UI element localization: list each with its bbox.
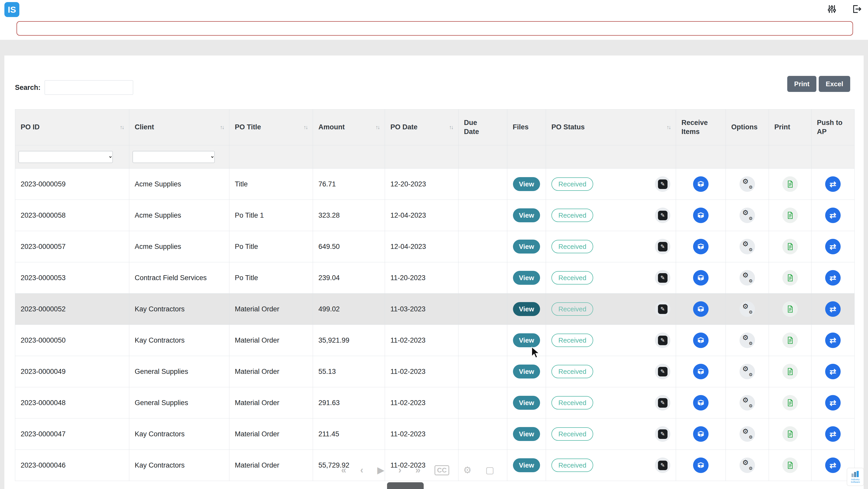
logout-icon[interactable] xyxy=(851,4,862,14)
sort-arrows-icon[interactable]: ↑↓ xyxy=(218,124,224,131)
print-row-button[interactable] xyxy=(782,239,798,254)
edit-status-button[interactable]: ✎ xyxy=(655,208,670,223)
view-files-button[interactable]: View xyxy=(513,177,540,191)
options-button[interactable]: ⚙⚙ xyxy=(740,395,755,410)
view-files-button[interactable]: View xyxy=(513,396,540,410)
view-files-button[interactable]: View xyxy=(513,427,540,441)
amount-cell: 76.71 xyxy=(313,169,385,200)
sort-arrows-icon[interactable]: ↑↓ xyxy=(665,124,670,131)
receive-items-button[interactable] xyxy=(693,395,709,410)
options-button[interactable]: ⚙⚙ xyxy=(740,426,755,442)
print-row-button[interactable] xyxy=(782,301,798,317)
excel-button[interactable]: Excel xyxy=(819,76,850,92)
receive-items-button[interactable] xyxy=(693,239,709,254)
client-filter-select[interactable] xyxy=(133,151,215,163)
options-button[interactable]: ⚙⚙ xyxy=(740,239,755,254)
view-files-button[interactable]: View xyxy=(513,271,540,285)
files-cell: View xyxy=(507,293,546,325)
options-button[interactable]: ⚙⚙ xyxy=(740,364,755,379)
table-row: 2023-0000047 Kay Contractors Material Or… xyxy=(15,419,855,450)
column-header-po-title[interactable]: PO Title↑↓ xyxy=(229,110,313,145)
push-to-ap-button[interactable]: ⇄ xyxy=(825,364,841,379)
print-row-button[interactable] xyxy=(782,364,798,379)
push-to-ap-button[interactable]: ⇄ xyxy=(825,426,841,442)
sort-arrows-icon[interactable]: ↑↓ xyxy=(447,124,453,131)
edit-status-button[interactable]: ✎ xyxy=(655,458,670,473)
receive-items-button[interactable] xyxy=(693,301,709,317)
receive-items-button[interactable] xyxy=(693,364,709,379)
column-header-po-date[interactable]: PO Date↑↓ xyxy=(385,110,459,145)
edit-status-button[interactable]: ✎ xyxy=(655,333,670,348)
receive-items-button[interactable] xyxy=(693,426,709,442)
print-button[interactable]: Print xyxy=(787,76,816,92)
client-cell: Kay Contractors xyxy=(129,450,229,481)
sort-arrows-icon[interactable]: ↑↓ xyxy=(302,124,307,131)
app-logo[interactable]: IS xyxy=(4,2,19,17)
print-row-button[interactable] xyxy=(782,426,798,442)
edit-status-button[interactable]: ✎ xyxy=(655,176,670,192)
status-badge: Received xyxy=(551,209,593,222)
print-row-button[interactable] xyxy=(782,395,798,410)
sliders-icon[interactable] xyxy=(827,4,837,14)
receive-items-button[interactable] xyxy=(693,176,709,192)
print-row-button[interactable] xyxy=(782,333,798,348)
push-to-ap-button[interactable]: ⇄ xyxy=(825,239,841,254)
edit-status-button[interactable]: ✎ xyxy=(655,426,670,442)
po-title-value: Material Order xyxy=(235,461,279,469)
sort-arrows-icon[interactable]: ↑↓ xyxy=(118,124,124,131)
receive-items-button[interactable] xyxy=(693,458,709,473)
options-button[interactable]: ⚙⚙ xyxy=(740,176,755,192)
client-value: Kay Contractors xyxy=(135,430,185,438)
view-files-button[interactable]: View xyxy=(513,239,540,254)
edit-status-button[interactable]: ✎ xyxy=(655,364,670,379)
po-title-cell: Po Title xyxy=(229,262,313,293)
print-cell xyxy=(769,356,811,387)
push-to-ap-button[interactable]: ⇄ xyxy=(825,208,841,223)
options-button[interactable]: ⚙⚙ xyxy=(740,208,755,223)
options-button[interactable]: ⚙⚙ xyxy=(740,301,755,317)
push-to-ap-cell: ⇄ xyxy=(811,293,855,325)
edit-status-button[interactable]: ✎ xyxy=(655,270,670,286)
edit-status-button[interactable]: ✎ xyxy=(655,395,670,410)
push-to-ap-button[interactable]: ⇄ xyxy=(825,270,841,286)
receive-items-button[interactable] xyxy=(693,333,709,348)
receive-items-cell xyxy=(676,325,726,356)
push-to-ap-button[interactable]: ⇄ xyxy=(825,458,841,473)
column-header-po-id[interactable]: PO ID↑↓ xyxy=(15,110,129,145)
sort-arrows-icon[interactable]: ↑↓ xyxy=(374,124,379,131)
column-header-po-status[interactable]: PO Status↑↓ xyxy=(546,110,676,145)
print-row-button[interactable] xyxy=(782,270,798,286)
box-open-icon xyxy=(697,337,705,344)
receive-items-button[interactable] xyxy=(693,208,709,223)
receive-items-button[interactable] xyxy=(693,270,709,286)
push-to-ap-button[interactable]: ⇄ xyxy=(825,333,841,348)
print-row-button[interactable] xyxy=(782,176,798,192)
edit-status-button[interactable]: ✎ xyxy=(655,301,670,317)
po-id-filter-select[interactable] xyxy=(19,151,113,163)
search-input[interactable] xyxy=(44,80,133,95)
print-cell xyxy=(769,200,811,231)
page: IS xyxy=(0,0,868,489)
column-header-client[interactable]: Client↑↓ xyxy=(129,110,229,145)
push-to-ap-button[interactable]: ⇄ xyxy=(825,176,841,192)
options-button[interactable]: ⚙⚙ xyxy=(740,270,755,286)
push-to-ap-button[interactable]: ⇄ xyxy=(825,301,841,317)
column-header-amount[interactable]: Amount↑↓ xyxy=(313,110,385,145)
options-button[interactable]: ⚙⚙ xyxy=(740,458,755,473)
view-files-button[interactable]: View xyxy=(513,208,540,222)
print-row-button[interactable] xyxy=(782,458,798,473)
building-icon xyxy=(851,470,860,478)
push-to-ap-button[interactable]: ⇄ xyxy=(825,395,841,410)
client-cell: Kay Contractors xyxy=(129,325,229,356)
options-button[interactable]: ⚙⚙ xyxy=(740,333,755,348)
options-cell: ⚙⚙ xyxy=(726,387,769,419)
edit-status-button[interactable]: ✎ xyxy=(655,239,670,254)
view-files-button[interactable]: View xyxy=(513,333,540,347)
view-files-button[interactable]: View xyxy=(513,458,540,472)
po-id-value: 2023-0000047 xyxy=(21,430,66,438)
amount-cell: 323.28 xyxy=(313,200,385,231)
view-files-button[interactable]: View xyxy=(513,302,540,316)
po-status-cell: Received ✎ xyxy=(546,419,676,450)
print-row-button[interactable] xyxy=(782,208,798,223)
view-files-button[interactable]: View xyxy=(513,365,540,378)
